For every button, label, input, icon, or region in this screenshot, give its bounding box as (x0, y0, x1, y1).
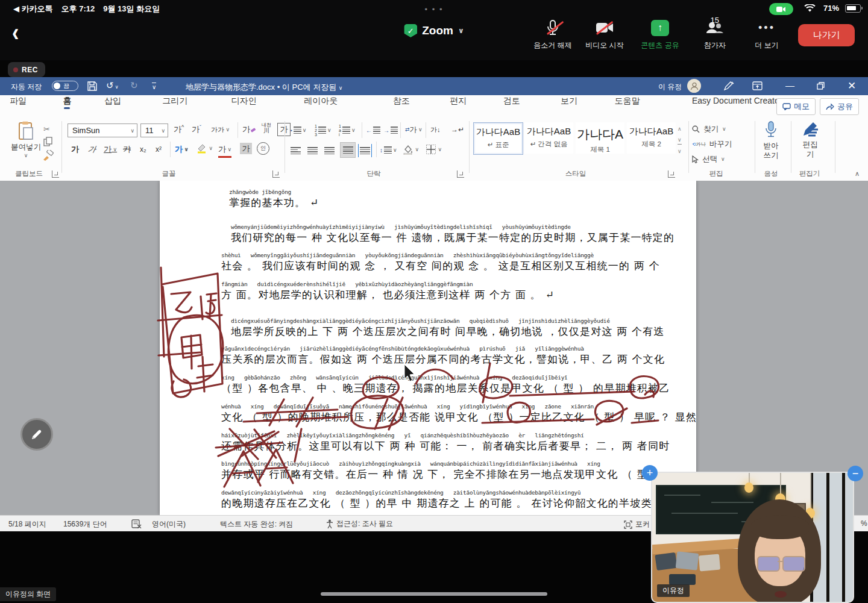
subscript-button[interactable]: x₂ (140, 143, 146, 156)
wrap-marks-button[interactable]: →↵ (451, 123, 464, 136)
shrink-font-button[interactable]: 가ˇ (192, 123, 201, 136)
borders-button[interactable]: ∨ (426, 143, 442, 156)
align-right-button[interactable] (324, 144, 335, 157)
tab-insert[interactable]: 삽입 (104, 90, 121, 110)
meeting-title[interactable]: ✓ Zoom ∨ (404, 24, 464, 37)
distribute-button[interactable] (358, 144, 372, 157)
account-name[interactable]: 이 유정 (658, 82, 682, 92)
bold-button[interactable]: 가 (71, 143, 79, 156)
language-indicator[interactable]: 영어(미국) (152, 519, 186, 530)
find-button[interactable]: 찾기∨ (692, 122, 750, 136)
autosave-toggle[interactable]: 끔 (52, 81, 78, 91)
tab-home[interactable]: 홈 (63, 90, 71, 110)
annotate-pencil-button[interactable] (20, 418, 53, 451)
tab-design[interactable]: 디자인 (231, 90, 257, 110)
tab-layout[interactable]: 레이아웃 (304, 90, 338, 110)
clipboard-dialog-launcher[interactable] (52, 170, 59, 178)
video-enlarge-button[interactable]: + (642, 465, 658, 481)
tab-review[interactable]: 검토 (503, 90, 520, 110)
shading-fill-button[interactable]: ∨ (403, 143, 419, 156)
proofing-icon[interactable] (131, 519, 142, 528)
phonetic-guide-button[interactable]: 내천川 (262, 122, 271, 135)
multilevel-list-button[interactable]: 1ai∨ (339, 123, 356, 137)
align-center-button[interactable] (307, 144, 318, 157)
line-spacing-button[interactable]: ↕∨ (380, 143, 397, 157)
font-size-select[interactable]: 11∨ (140, 123, 168, 137)
character-border-button[interactable]: 가 (277, 123, 291, 136)
quick-access-chevron[interactable]: ∨ (152, 83, 156, 90)
participants-button[interactable]: 15 참가자 (689, 19, 741, 51)
restore-button[interactable] (817, 82, 825, 90)
collapse-ribbon-button[interactable]: ∧ (855, 167, 860, 180)
character-shading-button[interactable]: 가 (240, 143, 252, 154)
zoom-percent[interactable]: % (861, 519, 867, 528)
numbering-button[interactable]: 123∨ (315, 123, 332, 137)
tab-mailings[interactable]: 편지 (450, 90, 467, 110)
change-case-button[interactable]: 가가 ∨ (211, 123, 230, 136)
participant-video[interactable]: 이유정 (651, 472, 854, 603)
close-button[interactable]: ✕ (848, 80, 856, 92)
italic-button[interactable]: 가 (87, 143, 98, 156)
redo-button[interactable]: ↻ (130, 80, 138, 91)
select-button[interactable]: 선택∨ (692, 152, 750, 166)
home-indicator[interactable] (321, 592, 547, 596)
tab-easy-document-creator[interactable]: Easy Document Creator (692, 90, 782, 110)
align-left-button[interactable] (291, 144, 301, 157)
tab-help[interactable]: 도움말 (615, 90, 640, 110)
clear-formatting-button[interactable]: 가 (242, 123, 256, 136)
increase-indent-button[interactable]: → (383, 123, 398, 137)
ink-pen-icon[interactable] (723, 81, 734, 91)
leave-meeting-button[interactable]: 나가기 (798, 24, 855, 46)
focus-mode[interactable]: 포커 (624, 519, 650, 530)
tab-draw[interactable]: 그리기 (162, 90, 187, 110)
unmute-button[interactable]: 음소거 해제 (527, 19, 579, 51)
camera-in-use-indicator[interactable] (769, 3, 793, 15)
decrease-indent-button[interactable]: ← (366, 123, 380, 137)
ribbon-display-icon[interactable] (752, 81, 763, 90)
font-color-button[interactable]: 가 ∨ (218, 143, 231, 158)
text-autocomplete-indicator[interactable]: 텍스트 자동 완성: 켜짐 (220, 519, 293, 530)
styles-dialog-launcher[interactable] (668, 170, 675, 178)
share-content-button[interactable]: ↑ 콘텐츠 공유 (634, 19, 686, 51)
cut-button[interactable]: ✂ (43, 122, 50, 136)
style-normal[interactable]: 가나다AaB ↵ 표준 (473, 122, 523, 155)
text-effects-button[interactable]: 가 ∨ (175, 143, 189, 156)
undo-button[interactable]: ↺ ∨ (106, 80, 119, 91)
tab-view[interactable]: 보기 (561, 90, 577, 110)
save-icon[interactable] (87, 81, 97, 91)
video-shrink-button[interactable]: − (848, 466, 863, 481)
tab-references[interactable]: 참조 (393, 90, 410, 110)
minimize-button[interactable]: — (785, 80, 794, 90)
strikethrough-button[interactable]: 캬 (123, 143, 131, 156)
meeting-back-button[interactable]: ‹ (12, 17, 19, 47)
replace-button[interactable]: ⟲가나 바꾸기 (692, 137, 750, 151)
text-direction-button[interactable]: 가↓ (430, 123, 441, 136)
font-dialog-launcher[interactable] (272, 170, 280, 178)
style-heading2[interactable]: 가나다AaB 제목 2 (627, 122, 676, 154)
underline-button[interactable]: 가 ∨ (104, 143, 117, 156)
multitask-dots-icon[interactable]: • • • (425, 5, 444, 14)
document-page[interactable]: zhǎngwòde jīběngōng掌握的基本功。 ↵ wǒmenyánjiū… (160, 181, 696, 515)
share-button[interactable]: 공유 (820, 98, 859, 115)
back-to-app[interactable]: ◀ 카카오톡 (13, 4, 53, 14)
editor-button[interactable]: 편집기 (793, 121, 827, 159)
styles-gallery-expand[interactable]: ∨ (678, 144, 682, 158)
format-painter-button[interactable] (42, 150, 54, 161)
enclose-characters-button[interactable]: 인 (257, 142, 269, 155)
document-canvas[interactable]: zhǎngwòde jīběngōng掌握的基本功。 ↵ wǒmenyánjiū… (0, 181, 868, 515)
paragraph-dialog-launcher[interactable] (457, 170, 464, 178)
tab-file[interactable]: 파일 (10, 90, 27, 110)
dictate-button[interactable]: 받아쓰기 (757, 121, 785, 160)
comments-button[interactable]: 메모 (776, 98, 816, 115)
highlight-button[interactable]: ∨ (197, 142, 213, 155)
word-count[interactable]: 15639개 단어 (63, 519, 107, 530)
superscript-button[interactable]: x² (156, 143, 162, 156)
start-video-button[interactable]: 비디오 시작 (579, 19, 631, 51)
copy-button[interactable] (43, 137, 53, 146)
asian-layout-button[interactable]: ⇄가 ∨ (405, 123, 423, 136)
page-indicator[interactable]: 5/18 페이지 (8, 519, 46, 530)
style-heading1[interactable]: 가나다A 제목 1 (576, 122, 624, 154)
bullets-button[interactable]: ▪∨ (291, 123, 306, 137)
paste-button[interactable]: 붙여넣기 ∨ (8, 121, 43, 158)
style-no-spacing[interactable]: 가나다AaB ↵ 간격 없음 (524, 122, 573, 154)
